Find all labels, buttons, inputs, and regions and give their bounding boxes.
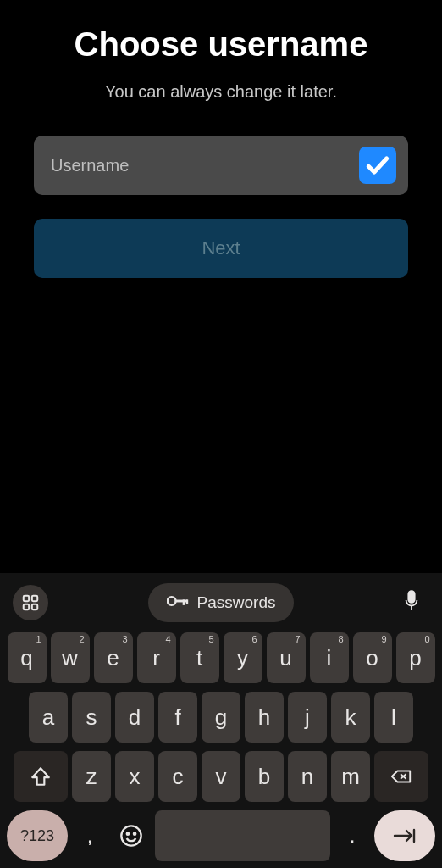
key-v[interactable]: v	[202, 751, 240, 802]
key-r[interactable]: r4	[137, 632, 176, 683]
comma-key[interactable]: ,	[72, 810, 108, 861]
period-key[interactable]: .	[334, 810, 370, 861]
key-n[interactable]: n	[288, 751, 327, 802]
key-t[interactable]: t5	[180, 632, 219, 683]
key-h[interactable]: h	[245, 692, 284, 743]
keyboard-row-3: zxcvbnm	[3, 751, 439, 802]
key-s[interactable]: s	[72, 692, 111, 743]
key-m[interactable]: m	[331, 751, 370, 802]
key-z[interactable]: z	[72, 751, 111, 802]
svg-rect-8	[408, 591, 414, 603]
svg-point-4	[167, 597, 175, 605]
main-content: Choose username You can always change it…	[0, 0, 442, 573]
key-i[interactable]: i8	[310, 632, 349, 683]
page-title: Choose username	[34, 25, 408, 64]
key-f[interactable]: f	[158, 692, 197, 743]
keyboard-apps-icon[interactable]	[13, 585, 48, 620]
key-p[interactable]: p0	[396, 632, 435, 683]
svg-rect-1	[32, 596, 37, 601]
check-icon	[359, 147, 396, 184]
key-e[interactable]: e3	[94, 632, 133, 683]
svg-rect-0	[24, 596, 29, 601]
key-k[interactable]: k	[331, 692, 370, 743]
key-icon	[167, 593, 189, 612]
svg-rect-2	[24, 604, 29, 609]
page-subtitle: You can always change it later.	[34, 82, 408, 102]
key-o[interactable]: o9	[353, 632, 392, 683]
emoji-key[interactable]	[112, 810, 151, 861]
key-l[interactable]: l	[374, 692, 413, 743]
passwords-chip[interactable]: Passwords	[148, 583, 295, 622]
username-input[interactable]	[51, 156, 359, 175]
key-q[interactable]: q1	[8, 632, 47, 683]
passwords-label: Passwords	[197, 593, 276, 612]
key-g[interactable]: g	[202, 692, 240, 743]
symbols-key[interactable]: ?123	[7, 810, 68, 861]
svg-rect-5	[174, 600, 187, 603]
key-w[interactable]: w2	[51, 632, 90, 683]
svg-rect-3	[32, 604, 37, 609]
mic-icon[interactable]	[402, 589, 421, 616]
svg-point-14	[134, 833, 135, 835]
key-c[interactable]: c	[158, 751, 197, 802]
enter-key[interactable]	[374, 810, 435, 861]
key-j[interactable]: j	[288, 692, 327, 743]
svg-point-12	[121, 826, 141, 845]
key-a[interactable]: a	[29, 692, 68, 743]
on-screen-keyboard: Passwords q1w2e3r4t5y6u7i8o9p0 asdfghjkl	[0, 573, 442, 868]
svg-point-13	[127, 833, 129, 835]
shift-key[interactable]	[14, 751, 68, 802]
next-button[interactable]: Next	[34, 219, 408, 278]
space-key[interactable]	[155, 810, 330, 861]
svg-rect-6	[182, 599, 184, 605]
keyboard-row-2: asdfghjkl	[3, 692, 439, 743]
key-d[interactable]: d	[115, 692, 154, 743]
key-b[interactable]: b	[245, 751, 284, 802]
key-x[interactable]: x	[115, 751, 154, 802]
key-y[interactable]: y6	[224, 632, 262, 683]
svg-rect-7	[185, 599, 187, 604]
backspace-key[interactable]	[374, 751, 428, 802]
keyboard-row-1: q1w2e3r4t5y6u7i8o9p0	[3, 632, 439, 683]
key-u[interactable]: u7	[267, 632, 306, 683]
username-input-row[interactable]	[34, 136, 408, 195]
